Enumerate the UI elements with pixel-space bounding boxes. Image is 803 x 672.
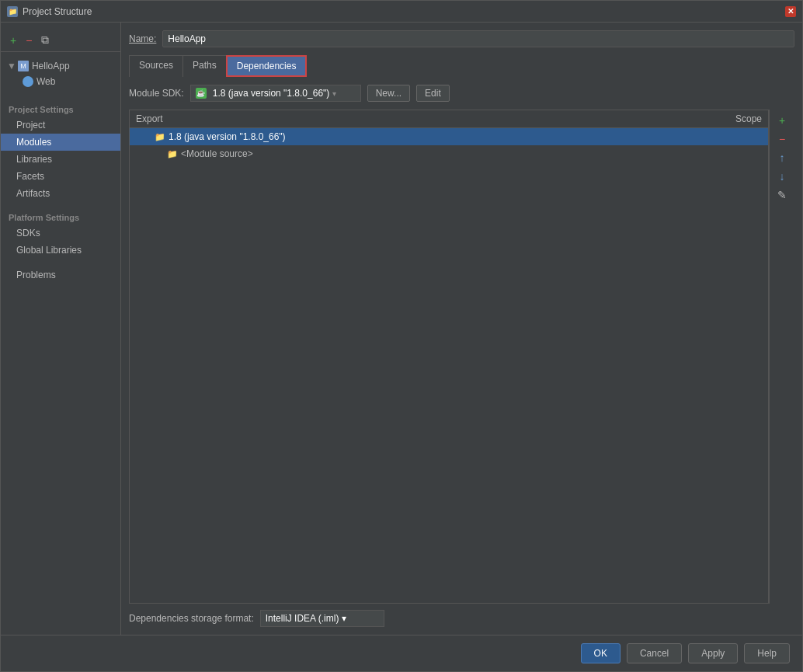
bottom-bar: OK Cancel Apply Help (1, 635, 802, 671)
nav-item-problems[interactable]: Problems (1, 266, 120, 284)
dependencies-table-wrapper: Export Scope 📁 1.8 (java version "1.8.0_… (129, 110, 794, 604)
module-toolbar: + − ⧉ (1, 29, 120, 52)
new-sdk-button[interactable]: New... (367, 85, 410, 102)
remove-module-button[interactable]: − (23, 33, 35, 48)
tree-item-helloapp[interactable]: ▼ M HelloApp (1, 58, 120, 74)
name-label: Name: (129, 33, 156, 44)
tab-sources[interactable]: Sources (129, 55, 183, 77)
tab-paths[interactable]: Paths (182, 55, 227, 77)
header-scope: Scope (735, 113, 762, 124)
nav-item-project[interactable]: Project (1, 117, 120, 134)
sdk-select[interactable]: ☕ 1.8 (java version "1.8.0_66") ▾ (190, 85, 361, 102)
edit-sdk-button[interactable]: Edit (416, 85, 450, 102)
apply-button[interactable]: Apply (688, 643, 738, 663)
close-button[interactable]: ✕ (785, 6, 796, 17)
add-dependency-button[interactable]: + (773, 111, 791, 130)
tabs-container: Sources Paths Dependencies (129, 55, 794, 77)
table-header: Export Scope (130, 110, 768, 128)
nav-item-modules[interactable]: Modules (1, 134, 120, 151)
copy-module-button[interactable]: ⧉ (38, 32, 52, 48)
nav-item-libraries[interactable]: Libraries (1, 151, 120, 168)
edit-dependency-button[interactable]: ✎ (773, 186, 791, 204)
move-down-button[interactable]: ↓ (773, 167, 791, 186)
project-structure-window: 📁 Project Structure ✕ + − ⧉ ▼ M HelloApp (0, 0, 803, 672)
nav-item-global-libraries[interactable]: Global Libraries (1, 242, 120, 259)
sdk-value: 1.8 (java version "1.8.0_66") (213, 88, 330, 99)
table-row-module-source[interactable]: 📁 <Module source> (130, 145, 768, 162)
platform-settings-header: Platform Settings (1, 208, 120, 225)
tree-label-web: Web (36, 76, 55, 87)
move-up-button[interactable]: ↑ (773, 148, 791, 167)
nav-item-artifacts[interactable]: Artifacts (1, 185, 120, 202)
table-body: 📁 1.8 (java version "1.8.0_66") 📁 <Modul… (130, 128, 768, 603)
remove-dependency-button[interactable]: − (773, 130, 791, 148)
web-icon (23, 76, 33, 87)
title-bar: 📁 Project Structure ✕ (1, 1, 802, 23)
dependencies-table: Export Scope 📁 1.8 (java version "1.8.0_… (129, 110, 769, 604)
left-panel: + − ⧉ ▼ M HelloApp Web Project Settings (1, 23, 121, 635)
storage-dropdown-arrow: ▾ (342, 613, 346, 624)
storage-row: Dependencies storage format: IntelliJ ID… (129, 604, 794, 627)
ok-button[interactable]: OK (581, 643, 620, 663)
tab-dependencies[interactable]: Dependencies (226, 55, 308, 77)
storage-label: Dependencies storage format: (129, 613, 254, 624)
name-input[interactable] (162, 30, 794, 47)
nav-item-facets[interactable]: Facets (1, 168, 120, 185)
java-icon: ☕ (196, 88, 207, 99)
project-settings-header: Project Settings (1, 100, 120, 117)
right-panel: Name: Sources Paths Dependencies Module … (121, 23, 802, 635)
cancel-button[interactable]: Cancel (627, 643, 682, 663)
sdk-row: Module SDK: ☕ 1.8 (java version "1.8.0_6… (129, 85, 794, 102)
folder-icon-module-source: 📁 (167, 149, 178, 159)
tree-arrow-helloapp: ▼ (7, 61, 16, 71)
module-tree: ▼ M HelloApp Web (1, 55, 120, 92)
row-text-module-source: <Module source> (181, 148, 253, 159)
side-buttons: + − ↑ ↓ ✎ (769, 110, 794, 604)
tree-item-web[interactable]: Web (1, 74, 120, 89)
folder-icon-sdk: 📁 (155, 132, 165, 142)
main-content: + − ⧉ ▼ M HelloApp Web Project Settings (1, 23, 802, 635)
help-button[interactable]: Help (744, 643, 790, 663)
tree-label-helloapp: HelloApp (32, 61, 70, 71)
storage-value: IntelliJ IDEA (.iml) (266, 613, 339, 624)
add-module-button[interactable]: + (7, 33, 19, 48)
nav-item-sdks[interactable]: SDKs (1, 225, 120, 242)
row-text-sdk: 1.8 (java version "1.8.0_66") (169, 131, 286, 142)
sdk-dropdown-arrow: ▾ (332, 89, 336, 98)
table-row-sdk[interactable]: 📁 1.8 (java version "1.8.0_66") (130, 128, 768, 145)
window-icon: 📁 (7, 6, 18, 17)
window-title: Project Structure (23, 6, 785, 17)
name-row: Name: (129, 30, 794, 47)
module-icon-helloapp: M (18, 61, 29, 71)
storage-select[interactable]: IntelliJ IDEA (.iml) ▾ (260, 610, 384, 627)
header-export: Export (136, 113, 198, 124)
sdk-label: Module SDK: (129, 88, 184, 99)
